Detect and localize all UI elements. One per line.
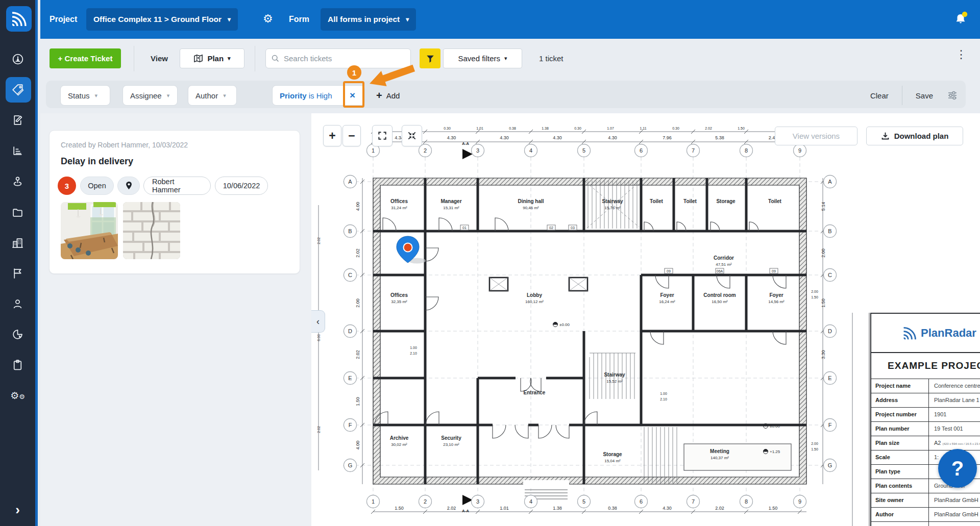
- add-filter-button[interactable]: + Add: [376, 85, 400, 106]
- chevron-down-icon: ▾: [504, 55, 507, 62]
- tb-value: PlanRadar Lane 1: [928, 393, 980, 407]
- sidebar-item-statistics[interactable]: [0, 138, 35, 163]
- grid-bubble-label: A: [348, 179, 352, 185]
- view-versions-label: View versions: [793, 132, 840, 140]
- view-mode-dropdown[interactable]: Plan ▾: [180, 48, 244, 68]
- grid-bubble-label: 9: [798, 147, 801, 154]
- grid-bubble-label: 2: [424, 498, 427, 505]
- filter-assignee-dropdown[interactable]: Assignee ▾: [122, 85, 178, 106]
- sidebar-item-reports[interactable]: [0, 261, 35, 285]
- ticket-map-pin[interactable]: [397, 236, 426, 264]
- sidebar-item-analytics[interactable]: [0, 322, 35, 346]
- filter-author-dropdown[interactable]: Author ▾: [188, 85, 237, 106]
- door-tag-label: 06A: [717, 269, 723, 273]
- dimension-top-minor: 1.11: [640, 127, 646, 130]
- dimension-right: 5.14: [821, 202, 826, 211]
- remove-priority-filter-button[interactable]: ×: [348, 90, 357, 101]
- room-area: 15,76 m²: [604, 206, 621, 210]
- project-selector[interactable]: Office Complex 11 > Ground Floor ▾: [86, 8, 238, 31]
- ticket-duedate-chip[interactable]: 10/06/2022: [215, 177, 268, 195]
- tb-label: Plan number: [871, 422, 928, 436]
- grid-bubble-label: 3: [476, 498, 479, 505]
- tb-value: PlanRadar GmbH: [928, 493, 980, 507]
- chevron-down-icon: ▾: [228, 55, 231, 62]
- fullscreen-button[interactable]: [372, 125, 393, 146]
- divider: [902, 86, 902, 105]
- create-ticket-button[interactable]: + Create Ticket: [50, 48, 121, 68]
- plan-title-block: PlanRadar EXAMPLE PROJECT Project nameCo…: [870, 313, 980, 526]
- room-area: 31,24 m²: [391, 206, 407, 210]
- filter-bar: Status ▾ Assignee ▾ Author ▾ Priority is…: [46, 81, 966, 108]
- ticket-card[interactable]: Created by Robert Hammer, 10/03/2022 Del…: [49, 130, 300, 274]
- zoom-out-button[interactable]: −: [342, 125, 361, 146]
- ticket-location-chip[interactable]: [117, 177, 140, 195]
- filter-priority-pill[interactable]: Priority is High ×: [272, 85, 365, 106]
- room-label: Stairway: [604, 372, 625, 378]
- zoom-in-button[interactable]: +: [323, 125, 341, 146]
- dimension-bottom: 1.38: [553, 506, 562, 511]
- collapse-panel-tab[interactable]: ‹: [311, 310, 325, 333]
- project-settings-gear-icon[interactable]: ⚙: [263, 12, 273, 25]
- sidebar-item-settings[interactable]: ⚙⚙: [0, 383, 35, 408]
- flag-icon: [11, 267, 24, 280]
- room-label: Toilet: [768, 198, 782, 204]
- room-label: Archive: [390, 435, 409, 441]
- dimension-top-minor: 1.07: [607, 127, 614, 130]
- filter-status-dropdown[interactable]: Status ▾: [60, 85, 110, 106]
- planradar-logo[interactable]: [6, 6, 32, 32]
- sliders-icon[interactable]: [946, 89, 959, 102]
- grid-bubble-label: G: [348, 462, 353, 468]
- dimension-bottom: 0.38: [608, 506, 617, 511]
- dimension-top-minor: 2.02: [705, 127, 712, 130]
- download-plan-button[interactable]: Download plan: [866, 127, 963, 145]
- filter-assignee-label: Assignee: [130, 91, 162, 100]
- plan-viewer[interactable]: 112233445566778899AABBCCDDEEFFGGOffices3…: [311, 113, 980, 526]
- pin-icon: [125, 181, 133, 190]
- sidebar-expand-button[interactable]: ›: [0, 497, 35, 522]
- ticket-photo-meeting-room[interactable]: [61, 202, 118, 259]
- door-tag-label: 02: [549, 226, 553, 230]
- grid-bubble-label: 6: [640, 147, 643, 154]
- save-filters-button[interactable]: Save: [916, 91, 933, 100]
- download-icon: [881, 132, 890, 140]
- door-tag-label: 01: [462, 226, 467, 230]
- gauge-icon: [11, 53, 24, 66]
- door-dimension: 2.00: [811, 442, 818, 445]
- clear-filters-button[interactable]: Clear: [870, 91, 889, 100]
- sidebar-item-tickets[interactable]: [6, 77, 31, 103]
- room-label: Offices: [390, 292, 408, 298]
- fit-to-screen-button[interactable]: [402, 125, 422, 146]
- grid-bubble-label: C: [348, 272, 352, 278]
- view-mode-value: Plan: [207, 54, 224, 63]
- search-input[interactable]: [284, 54, 405, 63]
- plus-icon: +: [376, 90, 382, 102]
- person-pin-icon: [11, 175, 24, 188]
- sidebar-item-site-survey[interactable]: [0, 169, 35, 193]
- grid-bubble-label: F: [349, 422, 352, 428]
- sidebar-item-contacts[interactable]: [0, 291, 35, 316]
- dimension-bottom: 2.02: [715, 506, 724, 511]
- ticket-status-chip[interactable]: Open: [80, 177, 114, 195]
- funnel-icon: [426, 54, 435, 63]
- notifications-button[interactable]: [952, 10, 969, 30]
- door-dimension: 2.10: [660, 397, 667, 401]
- form-selector[interactable]: All forms in project ▾: [321, 8, 416, 31]
- filter-button[interactable]: [420, 48, 440, 68]
- ticket-photo-cracked-wall[interactable]: [123, 202, 180, 259]
- ticket-assignee-chip[interactable]: Robert Hammer: [143, 177, 211, 195]
- help-button[interactable]: ?: [938, 449, 977, 488]
- sidebar-item-company[interactable]: [0, 231, 35, 255]
- grid-bubble-label: B: [348, 228, 352, 234]
- sidebar-item-tasks[interactable]: [0, 353, 35, 377]
- ticket-count: 1 ticket: [539, 54, 564, 63]
- view-versions-button[interactable]: View versions: [775, 127, 857, 145]
- dimension-bottom: 1.50: [769, 506, 778, 511]
- question-mark-icon: ?: [951, 457, 964, 480]
- sidebar-item-forms[interactable]: [0, 108, 35, 132]
- more-options-kebab[interactable]: ⋮: [955, 48, 967, 61]
- dimension-bottom: 1.01: [500, 506, 509, 511]
- sidebar-item-documents[interactable]: [0, 200, 35, 224]
- grid-bubble-label: 1: [372, 498, 375, 505]
- sidebar-item-dashboard[interactable]: [0, 47, 35, 71]
- saved-filters-dropdown[interactable]: Saved filters ▾: [443, 48, 522, 68]
